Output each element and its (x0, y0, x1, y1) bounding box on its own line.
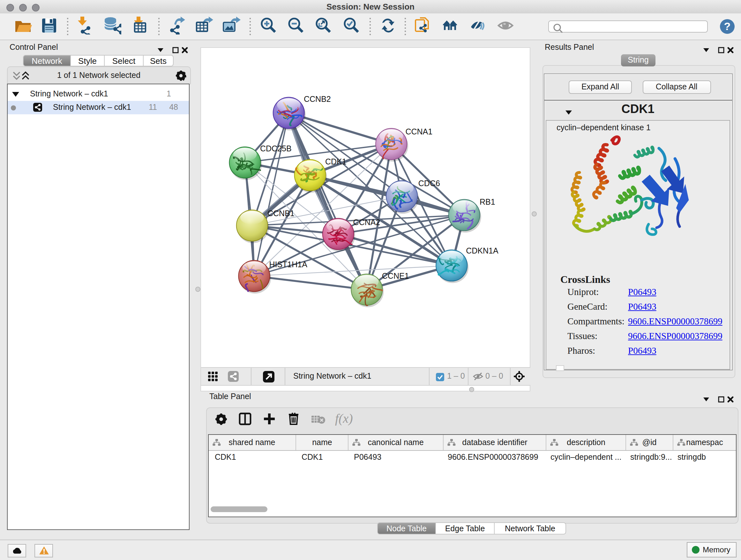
svg-text:CCNB1: CCNB1 (267, 209, 294, 218)
svg-text:CCNB2: CCNB2 (304, 95, 331, 104)
svg-text:CDK1: CDK1 (325, 157, 346, 166)
svg-text:CDKN1A: CDKN1A (466, 246, 498, 255)
svg-text:CDC25B: CDC25B (260, 144, 291, 153)
svg-text:HIST1H1A: HIST1H1A (269, 260, 307, 269)
svg-text:RB1: RB1 (479, 197, 495, 206)
svg-text:CCNE1: CCNE1 (382, 271, 409, 280)
svg-text:CDC6: CDC6 (418, 179, 440, 188)
svg-text:CCNA1: CCNA1 (405, 127, 432, 136)
svg-text:CCNA2: CCNA2 (353, 218, 380, 227)
